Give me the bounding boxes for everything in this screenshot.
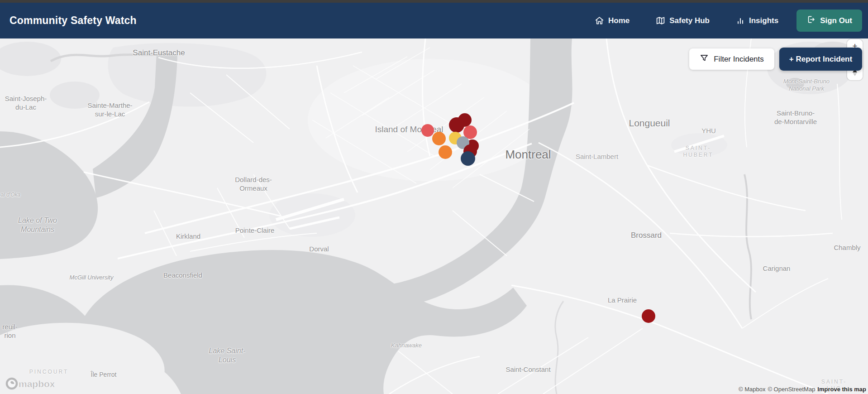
filter-incidents-label: Filter Incidents: [714, 55, 764, 64]
incident-marker-m12[interactable]: [642, 309, 655, 323]
nav-item-label: Safety Hub: [669, 16, 710, 25]
incident-marker-m3[interactable]: [449, 117, 464, 133]
app-header: Community Safety Watch Home Safety Hub I…: [0, 3, 868, 38]
mapbox-logo-text: mapbox: [19, 379, 55, 389]
main-nav: Home Safety Hub Insights: [595, 16, 778, 25]
filter-incidents-button[interactable]: Filter Incidents: [689, 48, 774, 70]
home-icon: [595, 16, 604, 25]
mapbox-attribution-link[interactable]: © Mapbox: [739, 386, 765, 393]
osm-attribution-link[interactable]: © OpenStreetMap: [768, 386, 815, 393]
incident-marker-m1[interactable]: [421, 124, 434, 137]
incident-marker-m11[interactable]: [461, 151, 475, 166]
funnel-icon: [700, 53, 709, 65]
nav-item-label: Insights: [749, 16, 778, 25]
incident-marker-m10[interactable]: [439, 145, 452, 159]
app-title: Community Safety Watch: [10, 14, 137, 27]
sign-out-label: Sign Out: [820, 16, 852, 25]
window-chrome-strip: [0, 0, 868, 3]
logout-icon: [806, 15, 816, 26]
nav-item-insights[interactable]: Insights: [736, 16, 778, 25]
nav-item-safety-hub[interactable]: Safety Hub: [656, 16, 710, 25]
nav-item-home[interactable]: Home: [595, 16, 630, 25]
map-base-layer: [0, 38, 868, 394]
incident-marker-m5[interactable]: [432, 132, 446, 145]
improve-map-link[interactable]: Improve this map: [817, 386, 866, 393]
report-incident-button[interactable]: + Report Incident: [779, 48, 862, 71]
map-canvas[interactable]: Saint-EustacheSaint-Joseph- du-LacSainte…: [0, 38, 868, 394]
mapbox-logo[interactable]: mapbox: [5, 377, 59, 390]
sign-out-button[interactable]: Sign Out: [796, 10, 862, 32]
map-attribution: © Mapbox © OpenStreetMap Improve this ma…: [739, 386, 866, 393]
map-icon: [656, 16, 665, 25]
nav-item-label: Home: [608, 16, 630, 25]
bar-chart-icon: [736, 16, 745, 25]
